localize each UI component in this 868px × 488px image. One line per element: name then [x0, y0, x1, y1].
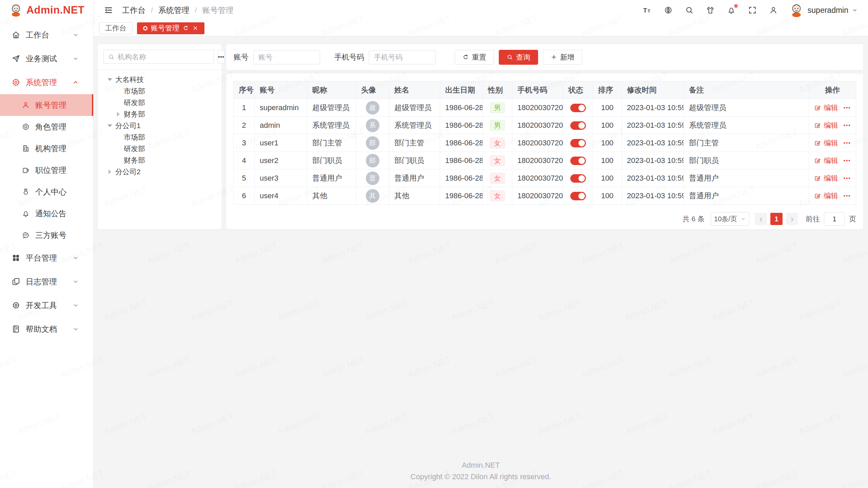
- edit-button[interactable]: 编辑: [824, 121, 838, 130]
- account-label: 账号: [234, 52, 249, 62]
- row-avatar: 普: [366, 171, 379, 185]
- edit-button[interactable]: 编辑: [824, 174, 838, 183]
- collapse-sidebar-icon[interactable]: [104, 5, 113, 15]
- tree-node-7[interactable]: 财务部: [103, 155, 216, 166]
- edit-icon[interactable]: [814, 139, 821, 146]
- caret-collapsed-icon[interactable]: [116, 112, 121, 117]
- notification-bell-icon[interactable]: [727, 6, 736, 15]
- edit-icon[interactable]: [814, 122, 821, 129]
- cell-status: [563, 169, 593, 187]
- caret-expanded-icon[interactable]: [107, 77, 112, 82]
- more-actions-button[interactable]: •••: [844, 175, 851, 181]
- status-toggle[interactable]: [570, 157, 586, 165]
- sidebar-item-log-management[interactable]: 日志管理: [0, 270, 93, 293]
- status-toggle[interactable]: [570, 174, 586, 183]
- caret-collapsed-icon[interactable]: [107, 169, 112, 174]
- sidebar-subitem-label: 机构管理: [35, 143, 66, 154]
- reset-button[interactable]: 重置: [455, 50, 494, 65]
- sidebar-subitem-third-party-account[interactable]: 三方账号: [0, 224, 93, 246]
- edit-button[interactable]: 编辑: [824, 138, 838, 148]
- page-number-1[interactable]: 1: [770, 213, 783, 225]
- page-unit-label: 页: [849, 214, 856, 224]
- more-actions-button[interactable]: •••: [844, 140, 851, 146]
- cell-gender: 男: [483, 99, 512, 117]
- status-toggle[interactable]: [570, 192, 586, 200]
- tree-node-5[interactable]: 市场部: [103, 131, 216, 143]
- sidebar-subitem-org-management[interactable]: 机构管理: [0, 138, 93, 159]
- tab-account[interactable]: 账号管理: [137, 22, 204, 34]
- edit-icon[interactable]: [814, 157, 821, 164]
- status-toggle[interactable]: [570, 139, 586, 147]
- tree-node-label: 市场部: [124, 86, 145, 96]
- tab-workbench[interactable]: 工作台: [99, 22, 133, 34]
- edit-icon[interactable]: [814, 175, 821, 182]
- more-actions-button[interactable]: •••: [844, 105, 851, 110]
- cell-avatar: 部: [356, 134, 389, 152]
- tree-node-0[interactable]: 大名科技: [103, 74, 216, 85]
- status-toggle[interactable]: [570, 121, 586, 130]
- tree-node-4[interactable]: 分公司1: [103, 120, 216, 131]
- tree-node-3[interactable]: 财务部: [103, 108, 216, 120]
- main-content: ••• 大名科技市场部研发部财务部分公司1市场部研发部财务部分公司2 账号 手机…: [94, 36, 868, 488]
- breadcrumb-item-system[interactable]: 系统管理: [158, 5, 190, 16]
- sidebar-subitem-position-management[interactable]: 职位管理: [0, 159, 93, 181]
- phone-input[interactable]: [369, 50, 436, 64]
- tree-node-8[interactable]: 分公司2: [103, 166, 216, 178]
- breadcrumb-item-workbench[interactable]: 工作台: [122, 5, 145, 16]
- gender-badge: 男: [490, 120, 505, 131]
- refresh-icon[interactable]: [183, 25, 189, 31]
- cell-sort: 100: [593, 169, 622, 187]
- theme-shirt-icon[interactable]: [706, 6, 715, 15]
- sidebar-subitem-role-management[interactable]: 角色管理: [0, 116, 93, 138]
- cell-nickname: 其他: [307, 187, 356, 205]
- sidebar-item-help-docs[interactable]: 帮助文档: [0, 317, 93, 341]
- sidebar-item-business-test[interactable]: 业务测试: [0, 47, 93, 70]
- profile-person-icon[interactable]: [769, 6, 778, 15]
- cell-no: 6: [234, 187, 255, 205]
- edit-button[interactable]: 编辑: [824, 191, 838, 201]
- cell-no: 1: [234, 99, 255, 117]
- edit-icon[interactable]: [814, 192, 821, 199]
- prev-page-button[interactable]: ‹: [755, 213, 767, 225]
- sidebar-subitem-notice[interactable]: 通知公告: [0, 203, 93, 224]
- cell-gender: 女: [483, 187, 512, 205]
- tree-node-6[interactable]: 研发部: [103, 143, 216, 155]
- role-icon: [22, 123, 30, 131]
- sidebar-subitem-personal-center[interactable]: 个人中心: [0, 181, 93, 203]
- next-page-button[interactable]: ›: [786, 213, 798, 225]
- sidebar-item-dev-tools[interactable]: 开发工具: [0, 293, 93, 317]
- user-menu[interactable]: superadmin: [789, 3, 858, 17]
- cell-no: 4: [234, 152, 255, 169]
- breadcrumb-separator: /: [195, 6, 197, 14]
- query-button[interactable]: 查询: [499, 50, 538, 65]
- cell-remark: 部门主管: [684, 134, 809, 152]
- edit-icon[interactable]: [814, 104, 821, 111]
- sidebar-item-workbench[interactable]: 工作台: [0, 23, 93, 47]
- cell-status: [563, 117, 593, 134]
- sidebar-item-platform-management[interactable]: 平台管理: [0, 246, 93, 270]
- search-icon[interactable]: [685, 6, 694, 15]
- page-size-select[interactable]: 10条/页: [711, 212, 749, 226]
- status-toggle[interactable]: [570, 104, 586, 112]
- sidebar-item-system-management[interactable]: 系统管理: [0, 70, 93, 94]
- org-search-input[interactable]: [118, 53, 210, 61]
- edit-button[interactable]: 编辑: [824, 156, 838, 165]
- goto-page-input[interactable]: [824, 212, 845, 226]
- more-actions-button[interactable]: •••: [844, 158, 851, 163]
- more-actions-button[interactable]: •••: [844, 122, 851, 128]
- more-actions-button[interactable]: •••: [844, 193, 851, 199]
- account-input[interactable]: [253, 50, 320, 64]
- notification-badge: [734, 4, 738, 8]
- add-button[interactable]: 新增: [543, 50, 582, 65]
- language-icon[interactable]: [664, 6, 673, 15]
- edit-button[interactable]: 编辑: [824, 103, 838, 113]
- sidebar-subitem-account-management[interactable]: 账号管理: [0, 94, 93, 116]
- fullscreen-icon[interactable]: [748, 6, 757, 15]
- sidebar-subitem-label: 个人中心: [35, 187, 66, 197]
- close-icon[interactable]: [192, 25, 198, 31]
- tree-node-1[interactable]: 市场部: [103, 85, 216, 97]
- tree-node-2[interactable]: 研发部: [103, 97, 216, 108]
- font-size-icon[interactable]: TT: [643, 6, 652, 15]
- caret-expanded-icon[interactable]: [107, 123, 112, 128]
- tree-more-button[interactable]: •••: [218, 50, 225, 64]
